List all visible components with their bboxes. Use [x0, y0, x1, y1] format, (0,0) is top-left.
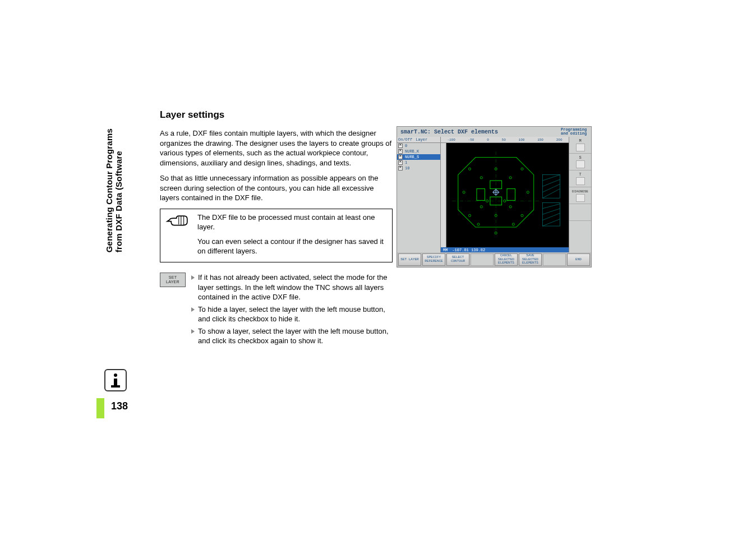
- svg-point-35: [512, 223, 514, 225]
- svg-point-30: [463, 191, 465, 193]
- info-icon: [104, 369, 127, 391]
- paragraph: So that as little unnecessary informatio…: [160, 173, 393, 203]
- layer-checkbox[interactable]: [398, 144, 403, 148]
- layer-name: 1: [405, 160, 407, 165]
- note-box: The DXF file to be processed must contai…: [160, 209, 393, 262]
- ruler-tick: 100: [519, 138, 525, 142]
- svg-rect-18: [477, 189, 485, 201]
- canvas-row: [441, 143, 569, 247]
- softkey-empty: [471, 253, 494, 266]
- ruler-tick: 150: [537, 138, 543, 142]
- section-title-line1: Generating Contour Programs: [104, 128, 114, 252]
- layer-checkbox[interactable]: [398, 160, 403, 165]
- svg-point-34: [477, 223, 480, 225]
- list-item: To show a layer, select the layer with t…: [191, 326, 393, 346]
- tool-icon: [576, 177, 585, 185]
- svg-point-27: [509, 206, 511, 208]
- list-item: To hide a layer, select the layer with t…: [191, 305, 393, 324]
- screenshot-body: On/Off Layer 0 NURB_K NURB_S 1: [397, 137, 591, 252]
- svg-line-13: [542, 219, 560, 226]
- triangle-bullet-icon: [191, 329, 195, 334]
- ruler-horizontal: -100 -50 0 50 100 150 200: [441, 137, 569, 143]
- hand-pointing-icon: [165, 214, 189, 228]
- svg-rect-19: [507, 189, 515, 201]
- heading-layer-settings: Layer settings: [160, 109, 393, 121]
- dxf-drawing: [446, 143, 569, 247]
- bullet-text: To hide a layer, select the layer with t…: [198, 305, 393, 324]
- right-button-empty: [569, 204, 591, 221]
- svg-point-22: [468, 214, 471, 216]
- softkey-save-selected[interactable]: SAVE SELECTED ELEMENTS: [519, 253, 542, 266]
- softkey-line2: LAYER: [166, 280, 179, 284]
- bullet-text: If it has not already been activated, se…: [198, 273, 393, 302]
- info-dot-icon: [114, 373, 117, 377]
- softkey-set-layer[interactable]: SET LAYER: [398, 253, 421, 266]
- screenshot-title: smarT.NC: Select DXF elements: [400, 129, 498, 135]
- layer-row-selected[interactable]: NURB_S: [397, 154, 440, 160]
- info-base-icon: [111, 385, 120, 388]
- layer-checkbox[interactable]: [398, 149, 403, 154]
- svg-line-10: [542, 204, 560, 209]
- note-paragraph: The DXF file to be processed must contai…: [197, 213, 388, 232]
- right-button-t[interactable]: T: [569, 170, 591, 187]
- svg-point-24: [480, 177, 482, 179]
- layer-row[interactable]: 10: [397, 165, 440, 171]
- svg-line-12: [542, 213, 560, 220]
- screenshot-titlebar: smarT.NC: Select DXF elements Programmin…: [397, 127, 591, 137]
- softkey-select-contour[interactable]: SELECT CONTOUR: [446, 253, 469, 266]
- softkey-specify-reference[interactable]: SPECIFY REFERENCE: [422, 253, 445, 266]
- instruction-row: SET LAYER If it has not already been act…: [160, 273, 393, 348]
- svg-point-31: [527, 191, 529, 193]
- softkey-set-layer: SET LAYER: [160, 273, 186, 287]
- triangle-bullet-icon: [191, 307, 195, 312]
- svg-point-26: [480, 206, 482, 208]
- page-number: 138: [111, 400, 128, 412]
- svg-rect-4: [542, 175, 560, 199]
- svg-point-21: [521, 168, 523, 170]
- right-button-s[interactable]: S: [569, 154, 591, 170]
- svg-line-11: [542, 209, 560, 214]
- svg-line-8: [542, 189, 560, 199]
- ruler-tick: -50: [468, 138, 474, 142]
- right-panel: M S T DIAGNOSE: [569, 137, 591, 252]
- softkey-line1: SET: [166, 275, 179, 280]
- screenshot-mode: Programming and editing: [561, 128, 588, 136]
- page-tab-marker: [96, 398, 104, 418]
- tool-icon: [576, 144, 585, 151]
- softkey-end[interactable]: END: [567, 253, 590, 266]
- ruler-tick: 200: [556, 138, 563, 142]
- note-paragraph: You can even select a contour if the des…: [197, 237, 388, 256]
- tnc-screenshot: smarT.NC: Select DXF elements Programmin…: [397, 126, 592, 268]
- svg-point-23: [521, 214, 523, 216]
- ruler-tick: -100: [447, 138, 455, 142]
- softkey-cancel-selected[interactable]: CANCEL SELECTED ELEMENTS: [495, 253, 518, 266]
- layer-panel: On/Off Layer 0 NURB_K NURB_S 1: [397, 137, 441, 252]
- section-title-line2: from DXF Data (Software: [114, 151, 123, 252]
- tool-icon: [576, 194, 585, 202]
- layer-checkbox[interactable]: [398, 155, 403, 159]
- layer-row[interactable]: 1: [397, 160, 440, 165]
- status-unit: MM: [443, 248, 448, 252]
- triangle-bullet-icon: [191, 275, 195, 280]
- bullet-list: If it has not already been activated, se…: [191, 273, 393, 348]
- layer-row[interactable]: NURB_K: [397, 149, 440, 154]
- status-coords: -107.81 139.82: [452, 248, 485, 252]
- layer-name: 0: [405, 144, 407, 148]
- section-tab: Generating Contour Programs from DXF Dat…: [104, 109, 119, 252]
- status-bar: MM -107.81 139.82: [441, 247, 569, 252]
- svg-point-25: [509, 177, 511, 179]
- paragraph: As a rule, DXF files contain multiple la…: [160, 128, 393, 168]
- layer-row[interactable]: 0: [397, 143, 440, 149]
- right-button-m[interactable]: M: [569, 137, 591, 154]
- note-icon-wrap: [165, 213, 190, 228]
- layer-checkbox[interactable]: [398, 166, 403, 170]
- main-content: Layer settings As a rule, DXF files cont…: [160, 109, 393, 348]
- layer-name: 10: [405, 166, 409, 170]
- right-button-diagnose[interactable]: DIAGNOSE: [569, 187, 591, 204]
- ruler-vertical: [441, 143, 446, 247]
- dxf-canvas[interactable]: [446, 143, 569, 247]
- list-item: If it has not already been activated, se…: [191, 273, 393, 302]
- ruler-tick: 0: [487, 138, 489, 142]
- bullet-text: To show a layer, select the layer with t…: [198, 326, 393, 346]
- layer-name: NURB_K: [405, 149, 419, 154]
